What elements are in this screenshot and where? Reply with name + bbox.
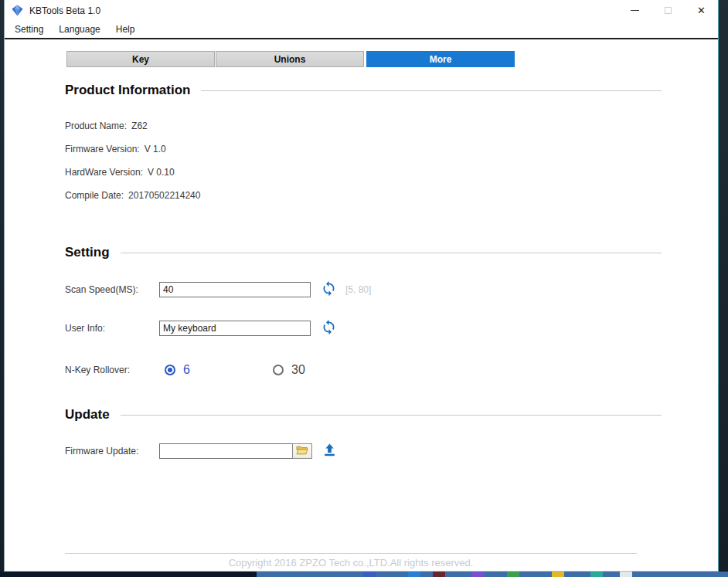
open-folder-icon <box>295 445 309 458</box>
menu-setting[interactable]: Setting <box>7 22 51 37</box>
heading-rule <box>121 415 662 416</box>
tab-more[interactable]: More <box>366 51 515 67</box>
taskbar-icon-sliver[interactable] <box>552 572 564 577</box>
setting-section-heading: Setting <box>65 243 662 263</box>
minimize-button[interactable] <box>618 0 651 21</box>
heading-rule <box>201 90 662 91</box>
field-label: HardWare Version: <box>65 167 143 178</box>
firmware-version-row: Firmware Version: V 1.0 <box>65 142 166 156</box>
field-label: Product Name: <box>65 120 127 131</box>
minimize-icon <box>631 10 639 11</box>
sync-icon <box>321 280 337 299</box>
taskbar-icon-sliver[interactable] <box>433 572 445 577</box>
product-info-section-heading: Product Information <box>65 80 662 100</box>
menubar: Setting Language Help <box>5 21 718 38</box>
field-value: V 1.0 <box>145 144 166 154</box>
scan-speed-row: Scan Speed(MS): [5, 80] <box>65 280 371 300</box>
field-value: 20170502214240 <box>128 190 200 201</box>
user-info-label: User Info: <box>65 323 159 334</box>
browse-folder-button[interactable] <box>292 443 312 459</box>
sync-icon <box>321 319 337 338</box>
taskbar-icon-sliver[interactable] <box>408 572 420 577</box>
radio-label: 6 <box>183 363 190 377</box>
user-info-refresh-button[interactable] <box>321 319 337 338</box>
scan-speed-range-hint: [5, 80] <box>345 284 371 295</box>
firmware-file-box <box>159 443 312 459</box>
tab-unions[interactable]: Unions <box>216 51 364 67</box>
scan-speed-label: Scan Speed(MS): <box>65 284 159 295</box>
taskbar-icon-sliver[interactable] <box>471 572 484 577</box>
product-name-row: Product Name: Z62 <box>65 119 148 133</box>
window-controls: ✕ <box>618 0 718 21</box>
menubar-divider <box>5 38 718 39</box>
taskbar-icon-sliver[interactable] <box>590 572 603 577</box>
menu-help[interactable]: Help <box>108 22 143 37</box>
user-info-row: User Info: <box>65 318 337 338</box>
taskbar <box>0 572 728 577</box>
firmware-path-input[interactable] <box>160 444 311 458</box>
menu-language[interactable]: Language <box>51 22 107 37</box>
taskbar-icon-sliver[interactable] <box>507 572 519 577</box>
field-label: Compile Date: <box>65 190 124 201</box>
scan-speed-refresh-button[interactable] <box>321 280 337 299</box>
field-label: Firmware Version: <box>65 144 140 154</box>
radio-unselected-icon <box>273 365 284 375</box>
taskbar-icon-sliver[interactable] <box>363 572 376 577</box>
hardware-version-row: HardWare Version: V 0.10 <box>65 165 175 179</box>
copyright-text: Copyright 2016 ZPZO Tech co.,LTD.All rig… <box>65 557 637 569</box>
heading-rule <box>121 253 662 253</box>
window-title: KBTools Beta 1.0 <box>29 5 100 16</box>
firmware-update-label: Firmware Update: <box>65 446 159 457</box>
maximize-icon <box>665 7 672 14</box>
update-section-heading: Update <box>65 405 662 425</box>
field-value: Z62 <box>131 120 148 131</box>
nkey-option-30[interactable]: 30 <box>273 363 381 377</box>
nkey-rollover-label: N-Key Rollover: <box>65 365 159 375</box>
footer-divider <box>65 553 637 554</box>
taskbar-dark-segment <box>0 572 257 577</box>
taskbar-icon-sliver[interactable] <box>620 572 632 577</box>
app-icon <box>11 4 24 17</box>
maximize-button[interactable] <box>651 0 685 21</box>
section-title: Setting <box>65 245 110 260</box>
compile-date-row: Compile Date: 20170502214240 <box>65 188 200 202</box>
section-title: Update <box>65 407 110 423</box>
upload-icon <box>322 443 337 460</box>
user-info-input[interactable] <box>159 321 311 336</box>
nkey-rollover-row: N-Key Rollover: 6 30 <box>65 360 381 380</box>
nkey-option-6[interactable]: 6 <box>165 363 273 377</box>
scan-speed-input[interactable] <box>159 282 311 297</box>
tab-bar: Key Unions More <box>66 51 515 67</box>
section-title: Product Information <box>65 83 190 98</box>
radio-label: 30 <box>291 363 305 377</box>
tab-key[interactable]: Key <box>66 51 215 67</box>
firmware-update-row: Firmware Update: <box>65 441 337 461</box>
titlebar: KBTools Beta 1.0 ✕ <box>5 0 718 21</box>
desktop-background: KBTools Beta 1.0 ✕ Setting Language Help… <box>0 0 728 577</box>
radio-selected-icon <box>165 365 175 375</box>
close-button[interactable]: ✕ <box>685 0 718 21</box>
field-value: V 0.10 <box>148 167 175 178</box>
firmware-upload-button[interactable] <box>322 443 337 460</box>
app-window: KBTools Beta 1.0 ✕ Setting Language Help… <box>4 0 719 572</box>
